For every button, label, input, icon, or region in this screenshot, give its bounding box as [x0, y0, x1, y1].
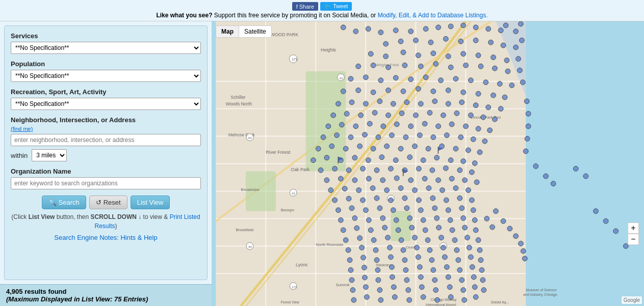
- svg-point-130: [502, 95, 507, 100]
- svg-point-270: [394, 217, 399, 222]
- svg-point-220: [469, 170, 474, 175]
- svg-point-67: [393, 28, 398, 33]
- search-panel: Services **No Specification** Population…: [4, 25, 208, 280]
- org-input[interactable]: [11, 177, 201, 189]
- svg-point-357: [392, 294, 397, 299]
- svg-point-372: [490, 225, 495, 230]
- svg-point-171: [334, 133, 340, 138]
- neighborhood-label: Neighborhood, Intersection, or Address: [11, 116, 201, 124]
- reset-button[interactable]: ↺ Reset: [89, 196, 127, 209]
- svg-point-363: [473, 294, 478, 299]
- facebook-icon: f Share: [296, 4, 314, 10]
- svg-point-120: [356, 88, 361, 93]
- sidebar: Services **No Specification** Population…: [0, 21, 212, 306]
- svg-point-225: [380, 178, 385, 183]
- svg-point-189: [398, 146, 403, 151]
- svg-point-194: [466, 148, 471, 153]
- svg-point-338: [432, 277, 437, 283]
- svg-point-108: [378, 78, 383, 83]
- svg-point-378: [594, 209, 599, 214]
- svg-point-109: [393, 75, 398, 80]
- tweet-button[interactable]: 🐦 Tweet: [320, 2, 352, 11]
- hint-text-2: button, then: [55, 213, 90, 220]
- svg-point-58: [448, 24, 453, 29]
- svg-point-101: [463, 63, 469, 68]
- svg-point-327: [431, 267, 436, 272]
- svg-point-369: [521, 248, 526, 254]
- search-notes-anchor[interactable]: Search Engine Notes: Hints & Help: [54, 234, 157, 241]
- modify-link[interactable]: Modify, Edit, & Add to Database Listings…: [378, 12, 488, 19]
- svg-point-282: [409, 225, 415, 230]
- svg-point-304: [415, 245, 420, 250]
- zoom-controls: + −: [628, 222, 639, 245]
- svg-point-122: [386, 88, 391, 93]
- svg-point-231: [462, 178, 468, 183]
- findme-link[interactable]: (find me): [11, 126, 201, 132]
- svg-point-311: [361, 255, 366, 260]
- svg-point-380: [613, 229, 619, 234]
- svg-point-93: [516, 57, 521, 62]
- svg-point-177: [417, 133, 422, 138]
- svg-point-281: [396, 228, 401, 233]
- svg-point-85: [401, 50, 406, 55]
- hint-scroll: SCROLL DOWN ↓: [91, 213, 142, 220]
- svg-point-190: [413, 144, 418, 149]
- svg-point-73: [398, 39, 403, 44]
- svg-point-383: [526, 112, 531, 117]
- svg-point-172: [348, 135, 353, 140]
- svg-point-287: [473, 228, 478, 233]
- svg-point-354: [351, 297, 356, 302]
- search-notes-link[interactable]: Search Engine Notes: Hints & Help: [11, 234, 201, 241]
- share-button[interactable]: f Share: [292, 2, 318, 11]
- svg-point-360: [435, 297, 440, 302]
- svg-point-355: [364, 294, 369, 299]
- map-area[interactable]: Map Satellite: [212, 21, 644, 306]
- svg-point-173: [363, 132, 368, 137]
- svg-point-90: [476, 53, 481, 58]
- svg-point-319: [468, 255, 473, 260]
- services-select[interactable]: **No Specification**: [11, 42, 201, 54]
- within-select[interactable]: 3 miles: [32, 149, 67, 161]
- recreation-label: Recreation, Sport, Art, Activity: [11, 88, 201, 96]
- reset-icon: ↺: [96, 199, 101, 206]
- svg-point-133: [363, 101, 368, 106]
- svg-point-337: [418, 274, 423, 280]
- svg-point-92: [504, 58, 509, 63]
- svg-point-290: [371, 238, 376, 243]
- svg-point-59: [461, 23, 466, 28]
- recreation-select[interactable]: **No Specification**: [11, 98, 201, 110]
- svg-point-335: [390, 274, 395, 280]
- map-button[interactable]: Map: [216, 25, 239, 38]
- search-button[interactable]: 🔍 Search: [42, 196, 86, 209]
- svg-point-169: [487, 128, 493, 133]
- svg-point-312: [374, 258, 379, 263]
- zoom-out-button[interactable]: −: [628, 234, 639, 245]
- svg-point-135: [391, 101, 396, 106]
- listview-button[interactable]: List View: [131, 196, 170, 209]
- svg-point-301: [373, 247, 378, 253]
- address-input[interactable]: [11, 134, 201, 146]
- svg-point-269: [380, 215, 385, 220]
- svg-point-56: [423, 26, 428, 32]
- svg-point-257: [363, 208, 368, 213]
- svg-point-117: [509, 83, 514, 88]
- svg-point-102: [478, 64, 483, 69]
- population-select[interactable]: **No Specification**: [11, 70, 201, 82]
- svg-point-70: [353, 29, 358, 34]
- svg-point-78: [473, 38, 478, 43]
- satellite-button[interactable]: Satellite: [239, 25, 272, 38]
- svg-point-228: [422, 176, 427, 181]
- svg-point-284: [436, 225, 442, 230]
- hint-listview: List View: [29, 213, 55, 220]
- svg-point-234: [342, 186, 347, 191]
- population-group: Population **No Specification**: [11, 60, 201, 82]
- svg-point-322: [362, 265, 367, 270]
- svg-point-365: [501, 218, 506, 224]
- zoom-in-button[interactable]: +: [628, 222, 639, 234]
- svg-point-134: [377, 99, 382, 104]
- svg-point-373: [533, 164, 538, 169]
- svg-point-344: [363, 285, 368, 290]
- svg-point-248: [389, 198, 394, 203]
- svg-point-347: [406, 288, 411, 293]
- svg-point-174: [376, 135, 381, 140]
